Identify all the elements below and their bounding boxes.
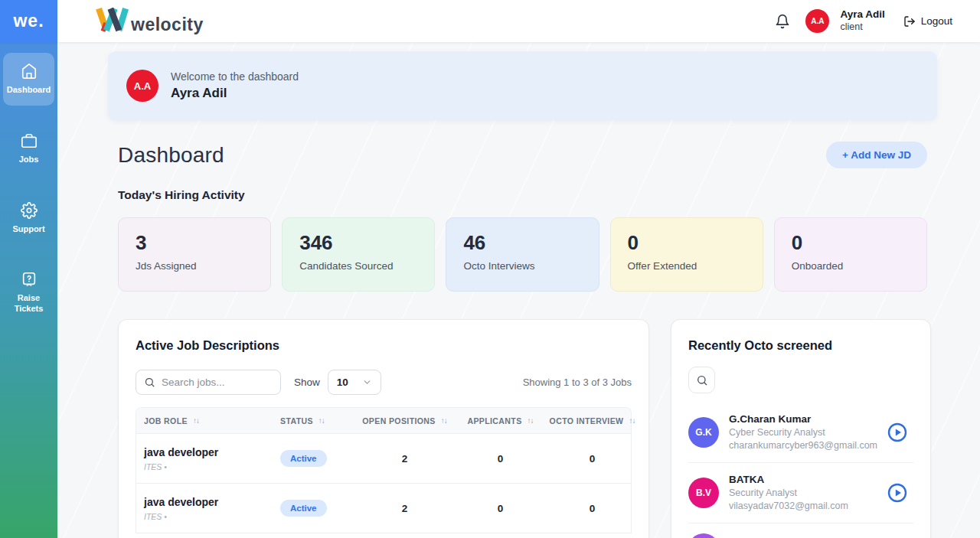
stat-card-candidates-sourced: 346 Candidates Sourced (282, 217, 435, 292)
search-icon (144, 377, 155, 388)
results-count-text: Showing 1 to 3 of 3 Jobs (523, 377, 632, 388)
column-header-octo-interview[interactable]: OCTO INTERVIEW ↑↓ (544, 416, 640, 426)
sidebar: Dashboard Jobs Support Ra (0, 42, 57, 538)
list-item: G.K G.Charan Kumar Cyber Security Analys… (688, 403, 913, 463)
stat-value: 46 (463, 231, 581, 255)
open-positions-value: 2 (353, 503, 456, 514)
stat-label: Offer Extended (628, 260, 746, 272)
octo-interview-value: 0 (544, 503, 640, 514)
sort-icon[interactable]: ↑↓ (629, 416, 635, 425)
brand: welocity (94, 7, 204, 35)
welcome-user-name: Ayra Adil (171, 86, 299, 101)
person-avatar: D.B (688, 533, 719, 538)
play-recording-button[interactable] (887, 422, 907, 442)
sidebar-item-label: Support (12, 224, 44, 235)
page-size-value: 10 (337, 377, 348, 388)
jobs-table-header: JOB ROLE ↑↓ STATUS ↑↓ OPEN POSITIONS ↑↓ (136, 408, 631, 434)
main-content: A.A Welcome to the dashboard Ayra Adil D… (57, 42, 980, 538)
person-role: Security Analyst (729, 487, 877, 500)
sort-icon[interactable]: ↑↓ (318, 416, 325, 425)
person-name: G.Charan Kumar (729, 412, 877, 426)
welcome-banner: A.A Welcome to the dashboard Ayra Adil (108, 51, 937, 120)
active-job-descriptions-panel: Active Job Descriptions Show 10 (118, 319, 649, 538)
person-email: charankumarcyber963@gmail.com (729, 439, 877, 452)
sort-icon[interactable]: ↑↓ (441, 416, 447, 425)
person-name: BATKA (729, 473, 877, 487)
add-new-jd-button[interactable]: + Add New JD (826, 142, 927, 168)
list-item: B.V BATKA Security Analyst vilasyadav703… (688, 463, 913, 523)
sidebar-item-label: Dashboard (7, 85, 51, 96)
column-header-open-positions[interactable]: OPEN POSITIONS ↑↓ (353, 416, 456, 426)
header-main: welocity A.A Ayra Adil client Log (57, 0, 980, 42)
stats-row: 3 Jds Assigned 346 Candidates Sourced 46… (118, 217, 927, 292)
job-category: ITES • (144, 512, 280, 521)
search-icon (696, 374, 708, 386)
sidebar-item-dashboard[interactable]: Dashboard (3, 53, 54, 106)
notification-bell-icon[interactable] (775, 14, 790, 29)
person-avatar: B.V (688, 478, 719, 508)
stat-value: 0 (628, 231, 746, 255)
open-positions-value: 2 (353, 453, 456, 465)
octo-interview-value: 0 (544, 453, 640, 465)
table-row[interactable]: java developer ITES • Active 2 0 0 (136, 484, 631, 533)
person-role: Cyber Security Analyst (729, 426, 877, 439)
stat-card-jds-assigned: 3 Jds Assigned (118, 217, 271, 292)
stat-label: Jds Assigned (136, 260, 253, 272)
stat-card-octo-interviews: 46 Octo Interviews (446, 217, 599, 292)
person-email: vilasyadav7032@gmail.com (729, 500, 877, 513)
stat-value: 3 (136, 231, 253, 255)
person-name: Debanjana (729, 535, 877, 538)
status-badge: Active (280, 500, 327, 517)
sort-icon[interactable]: ↑↓ (528, 416, 534, 425)
gear-icon (21, 202, 38, 219)
table-row[interactable]: java developer ITES • Active 2 0 0 (136, 434, 631, 484)
screened-search-button[interactable] (688, 367, 715, 393)
page-title: Dashboard (118, 143, 224, 168)
show-label: Show (294, 377, 320, 388)
column-header-job-role[interactable]: JOB ROLE ↑↓ (144, 416, 280, 426)
welcome-title: Welcome to the dashboard (171, 70, 299, 83)
list-item: D.B Debanjana Associate (688, 523, 913, 538)
welcome-avatar: A.A (126, 70, 158, 102)
logout-label: Logout (921, 15, 952, 27)
job-role: java developer (144, 496, 280, 508)
jobs-table: JOB ROLE ↑↓ STATUS ↑↓ OPEN POSITIONS ↑↓ (136, 407, 632, 533)
user-name: Ayra Adil (840, 8, 884, 21)
jobs-search-input[interactable] (162, 377, 273, 388)
help-ticket-icon (21, 271, 38, 288)
sidebar-item-jobs[interactable]: Jobs (3, 122, 54, 175)
logout-button[interactable]: Logout (903, 15, 952, 28)
play-recording-button[interactable] (887, 483, 907, 503)
sidebar-item-raise-tickets[interactable]: Raise Tickets (3, 261, 54, 324)
status-badge: Active (280, 450, 327, 467)
sidebar-item-label: Jobs (19, 155, 39, 165)
stat-card-offer-extended: 0 Offer Extended (610, 217, 763, 292)
stat-value: 346 (299, 231, 417, 255)
welocity-logo-icon (94, 7, 129, 35)
page-size-select[interactable]: 10 (328, 370, 381, 395)
user-avatar[interactable]: A.A (805, 9, 829, 33)
sidebar-item-support[interactable]: Support (3, 192, 54, 245)
user-role: client (840, 21, 884, 34)
column-header-applicants[interactable]: APPLICANTS ↑↓ (456, 416, 544, 426)
stat-card-onboarded: 0 Onboarded (774, 217, 927, 292)
applicants-value: 0 (456, 503, 544, 514)
job-role: java developer (144, 446, 280, 458)
stat-label: Candidates Sourced (299, 260, 417, 272)
applicants-value: 0 (456, 453, 544, 465)
logout-icon (903, 15, 916, 28)
screened-people-list: G.K G.Charan Kumar Cyber Security Analys… (688, 403, 913, 538)
jobs-panel-title: Active Job Descriptions (136, 338, 632, 353)
column-header-status[interactable]: STATUS ↑↓ (280, 416, 353, 426)
job-category: ITES • (144, 462, 280, 471)
sort-icon[interactable]: ↑↓ (193, 416, 199, 425)
recently-octo-screened-panel: Recently Octo screened G.K G.Charan Kuma… (671, 319, 931, 538)
stat-label: Octo Interviews (463, 260, 581, 272)
app-window: we. welocity (0, 0, 980, 538)
user-meta: Ayra Adil client (840, 8, 884, 34)
jobs-search-box[interactable] (136, 370, 281, 395)
person-avatar: G.K (688, 417, 719, 448)
stat-value: 0 (792, 231, 910, 255)
we-logo-block[interactable]: we. (0, 0, 57, 42)
brand-wordmark: welocity (131, 16, 204, 35)
